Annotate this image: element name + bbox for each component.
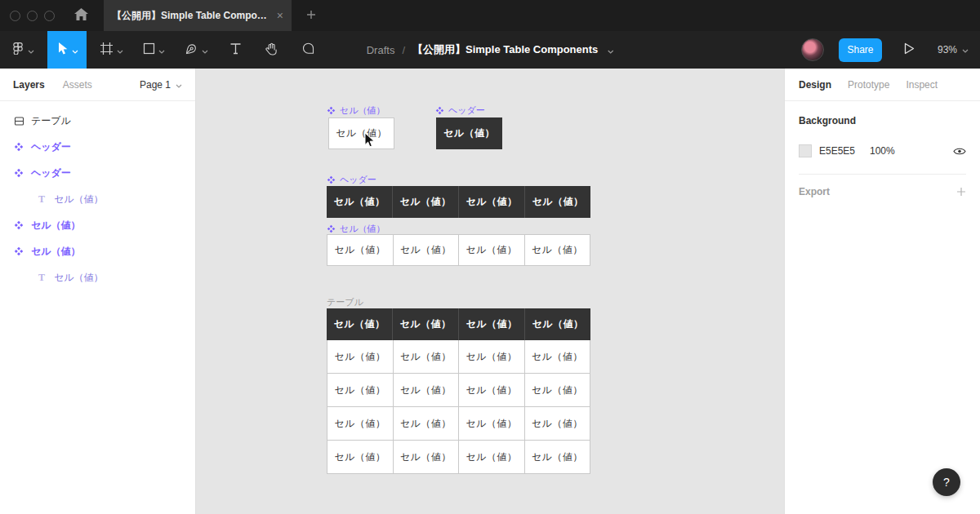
document-tab[interactable]: 【公開用】Simple Table Components ×	[104, 0, 292, 31]
cell-row-component[interactable]: セル（値）セル（値）セル（値）セル（値）	[327, 234, 590, 266]
frame-tool-button[interactable]	[93, 31, 130, 69]
present-button[interactable]	[900, 40, 920, 60]
tab-design[interactable]: Design	[799, 79, 831, 91]
component-label[interactable]: セル（値）	[327, 104, 385, 117]
table-cell[interactable]: セル（値）	[393, 308, 459, 340]
eye-icon	[953, 147, 966, 156]
window-close-icon[interactable]	[10, 11, 20, 21]
move-tool-icon	[56, 42, 69, 59]
table-frame[interactable]: セル（値）セル（値）セル（値）セル（値） セル（値）セル（値）セル（値）セル（値…	[327, 308, 590, 474]
table-cell[interactable]: セル（値）	[327, 374, 394, 406]
canvas[interactable]: セル（値） セル（値） ヘッダー セル（値） ヘッダー セル（値）セル（値）セル…	[196, 69, 784, 514]
component-label-text: ヘッダー	[448, 104, 485, 117]
play-icon	[904, 42, 915, 58]
table-cell[interactable]: セル（値）	[327, 308, 393, 340]
table-cell[interactable]: セル（値）	[327, 235, 394, 265]
header-component[interactable]: セル（値）	[436, 117, 502, 149]
layer-row-table-frame[interactable]: テーブル	[0, 108, 195, 134]
component-label[interactable]: ヘッダー	[435, 104, 485, 117]
background-color-row: E5E5E5 100%	[799, 143, 966, 159]
text-tool-button[interactable]	[223, 31, 248, 69]
window-zoom-icon[interactable]	[44, 11, 55, 21]
table-cell[interactable]: セル（値）	[525, 186, 590, 218]
tab-close-icon[interactable]: ×	[277, 10, 283, 21]
pen-tool-button[interactable]	[178, 31, 215, 69]
component-icon	[435, 106, 444, 115]
background-opacity-value[interactable]: 100%	[870, 145, 895, 157]
main-menu-button[interactable]	[5, 31, 41, 69]
table-cell[interactable]: セル（値）	[327, 441, 394, 473]
zoom-menu[interactable]: 93%	[938, 44, 969, 55]
table-cell[interactable]: セル（値）	[459, 407, 525, 440]
frame-label[interactable]: テーブル	[327, 296, 363, 308]
table-cell[interactable]: セル（値）	[525, 374, 590, 406]
background-hex-value[interactable]: E5E5E5	[819, 145, 870, 157]
table-cell[interactable]: セル（値）	[525, 441, 590, 473]
background-section: Background E5E5E5 100%	[785, 101, 980, 175]
table-cell[interactable]: セル（値）	[327, 340, 394, 373]
table-cell[interactable]: セル（値）	[394, 441, 460, 473]
help-button[interactable]: ?	[933, 468, 960, 496]
component-label-text: セル（値）	[340, 223, 385, 235]
table-cell[interactable]: セル（値）	[459, 441, 525, 473]
chevron-down-icon	[176, 79, 182, 91]
component-label[interactable]: セル（値）	[327, 223, 385, 235]
table-cell[interactable]: セル（値）	[393, 186, 459, 218]
table-cell[interactable]: セル（値）	[327, 186, 393, 218]
table-cell[interactable]: セル（値）	[525, 235, 590, 265]
help-button-label: ?	[943, 476, 950, 489]
share-button[interactable]: Share	[839, 38, 882, 62]
table-cell[interactable]: セル（値）	[459, 374, 525, 406]
layer-name: ヘッダー	[31, 166, 71, 180]
visibility-toggle[interactable]	[953, 147, 966, 156]
tab-layers[interactable]: Layers	[13, 79, 45, 91]
plus-icon	[306, 8, 316, 23]
table-cell[interactable]: セル（値）	[459, 235, 525, 265]
table-cell[interactable]: セル（値）	[394, 340, 460, 373]
page-selector[interactable]: Page 1	[140, 79, 182, 91]
table-body: セル（値）セル（値）セル（値）セル（値）セル（値）セル（値）セル（値）セル（値）…	[327, 340, 590, 474]
shape-tool-button[interactable]	[136, 31, 172, 69]
window-minimize-icon[interactable]	[27, 11, 38, 21]
component-label[interactable]: ヘッダー	[327, 174, 376, 186]
comment-tool-button[interactable]	[295, 31, 322, 69]
zoom-level-value: 93%	[938, 44, 957, 55]
add-export-button[interactable]	[956, 187, 966, 197]
layer-row-component[interactable]: ヘッダー	[0, 134, 195, 160]
layer-row-text[interactable]: T セル（値）	[0, 264, 195, 290]
table-cell[interactable]: セル（値）	[394, 374, 460, 406]
table-cell[interactable]: セル（値）	[327, 407, 394, 440]
header-row-component[interactable]: セル（値）セル（値）セル（値）セル（値）	[327, 186, 590, 218]
table-cell[interactable]: セル（値）	[525, 308, 590, 340]
table-cell[interactable]: セル（値）	[459, 308, 525, 340]
breadcrumb: Drafts / 【公開用】Simple Table Components	[367, 31, 614, 69]
table-cell[interactable]: セル（値）	[459, 186, 525, 218]
tab-assets[interactable]: Assets	[63, 79, 92, 91]
chevron-down-icon	[202, 42, 208, 57]
document-title[interactable]: 【公開用】Simple Table Components	[412, 42, 598, 57]
layer-row-component[interactable]: ヘッダー	[0, 160, 195, 186]
move-tool-button[interactable]	[47, 31, 87, 69]
color-swatch[interactable]	[799, 144, 812, 157]
tab-prototype[interactable]: Prototype	[848, 79, 889, 91]
component-label-text: ヘッダー	[340, 174, 376, 186]
table-cell[interactable]: セル（値）	[394, 407, 460, 440]
hand-tool-button[interactable]	[258, 31, 285, 69]
layer-row-component[interactable]: セル（値）	[0, 212, 195, 238]
tab-inspect[interactable]: Inspect	[906, 79, 938, 91]
user-avatar[interactable]	[801, 38, 824, 61]
cell-component[interactable]: セル（値）	[328, 117, 394, 149]
breadcrumb-folder[interactable]: Drafts	[367, 44, 395, 56]
home-icon	[74, 8, 88, 24]
component-icon	[13, 246, 24, 256]
table-cell[interactable]: セル（値）	[459, 340, 525, 373]
chevron-down-icon[interactable]	[607, 42, 613, 57]
layer-row-component[interactable]: セル（値）	[0, 238, 195, 264]
new-tab-button[interactable]	[300, 4, 323, 27]
home-button[interactable]	[69, 4, 92, 27]
table-cell[interactable]: セル（値）	[525, 407, 590, 440]
breadcrumb-separator: /	[402, 44, 405, 56]
table-cell[interactable]: セル（値）	[525, 340, 590, 373]
table-cell[interactable]: セル（値）	[394, 235, 460, 265]
layer-row-text[interactable]: T セル（値）	[0, 186, 195, 212]
